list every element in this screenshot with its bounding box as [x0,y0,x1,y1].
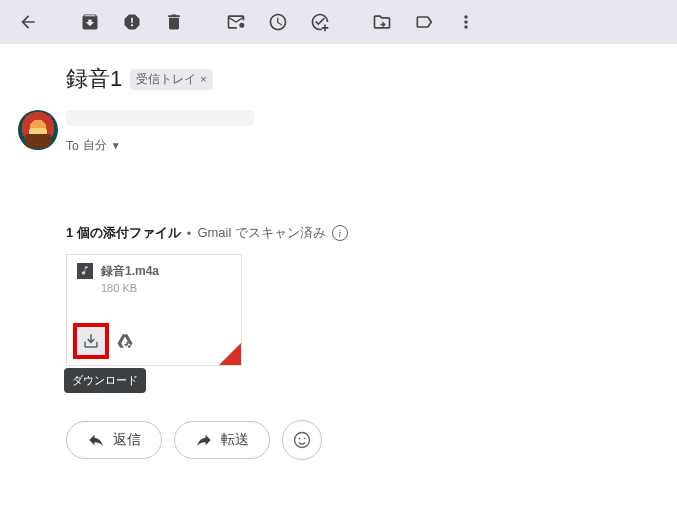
save-to-drive-button[interactable] [111,327,139,355]
toolbar [0,0,677,44]
emoji-reaction-button[interactable] [282,420,322,460]
audio-file-icon [77,263,93,279]
svg-point-0 [239,23,244,28]
email-content: 録音1 受信トレイ × To 自分 ▼ 1 個の添付ファイル • Gmail で… [0,44,677,490]
more-button[interactable] [446,2,486,42]
attachment-size: 180 KB [101,282,159,294]
reply-label: 返信 [113,431,141,449]
email-subject: 録音1 [66,64,122,94]
separator-dot: • [187,226,192,241]
avatar[interactable] [18,110,58,150]
move-to-button[interactable] [362,2,402,42]
scan-status: Gmail でスキャン済み [197,224,326,242]
recipients[interactable]: To 自分 ▼ [66,137,677,154]
sender-block: To 自分 ▼ [66,110,677,154]
subject-row: 録音1 受信トレイ × [66,64,677,94]
svg-point-1 [295,433,310,448]
chevron-down-icon: ▼ [111,140,121,151]
labels-button[interactable] [404,2,444,42]
attachment-filename: 録音1.m4a [101,263,159,280]
forward-button[interactable]: 転送 [174,421,270,459]
inbox-chip-remove[interactable]: × [200,73,206,85]
add-to-tasks-button[interactable] [300,2,340,42]
recipients-target: 自分 [83,137,107,154]
inbox-chip[interactable]: 受信トレイ × [130,69,212,90]
info-icon[interactable]: i [332,225,348,241]
svg-point-3 [304,438,306,440]
sender-name-redacted [66,110,254,126]
svg-point-2 [299,438,301,440]
attachment-actions [77,327,139,355]
report-spam-button[interactable] [112,2,152,42]
back-button[interactable] [8,2,48,42]
attachments-header: 1 個の添付ファイル • Gmail でスキャン済み i [66,224,677,242]
attachments-count: 1 個の添付ファイル [66,224,181,242]
reply-button[interactable]: 返信 [66,421,162,459]
download-tooltip: ダウンロード [64,368,146,393]
inbox-chip-label: 受信トレイ [136,71,196,88]
snooze-button[interactable] [258,2,298,42]
forward-label: 転送 [221,431,249,449]
delete-button[interactable] [154,2,194,42]
recipients-prefix: To [66,139,79,153]
reply-row: 返信 転送 [66,420,677,460]
download-button[interactable] [77,327,105,355]
dogear-icon [219,343,241,365]
archive-button[interactable] [70,2,110,42]
attachment-card[interactable]: 録音1.m4a 180 KB ダウンロード [66,254,242,366]
mark-unread-button[interactable] [216,2,256,42]
